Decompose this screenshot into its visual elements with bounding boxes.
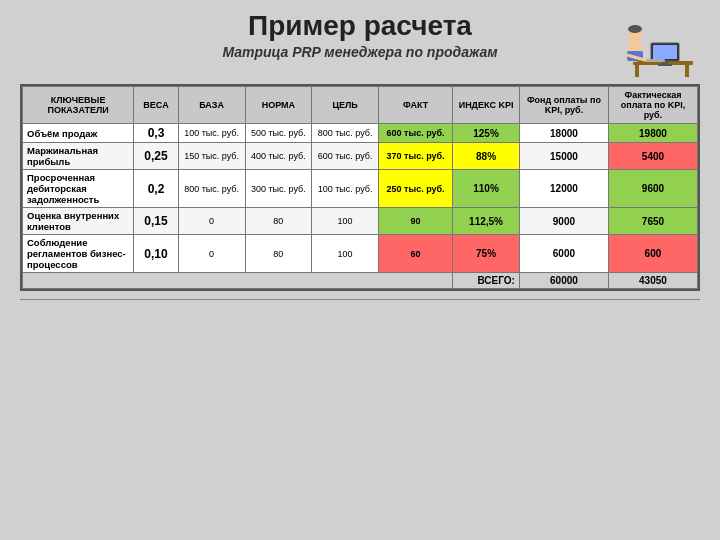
header-base: БАЗА	[178, 87, 245, 124]
cell-name: Просроченная дебиторская задолженность	[23, 170, 134, 208]
cell-goal: 100 тыс. руб.	[312, 170, 379, 208]
cell-base: 100 тыс. руб.	[178, 124, 245, 143]
table-row: Соблюдение регламентов бизнес-процессов …	[23, 235, 698, 273]
cell-fact: 370 тыс. руб.	[379, 143, 453, 170]
cell-fact: 250 тыс. руб.	[379, 170, 453, 208]
svg-rect-1	[635, 65, 639, 77]
cell-fund: 6000	[519, 235, 608, 273]
cell-weight: 0,25	[134, 143, 179, 170]
header-goal: ЦЕЛЬ	[312, 87, 379, 124]
header-fact: ФАКТ	[379, 87, 453, 124]
total-label: ВСЕГО:	[453, 273, 520, 289]
cell-weight: 0,15	[134, 208, 179, 235]
cell-norm: 300 тыс. руб.	[245, 170, 312, 208]
main-title: Пример расчета	[248, 10, 472, 42]
header-fund: Фонд оплаты по KPI, руб.	[519, 87, 608, 124]
total-actual: 43050	[608, 273, 697, 289]
cell-weight: 0,2	[134, 170, 179, 208]
header-name: КЛЮЧЕВЫЕ ПОКАЗАТЕЛИ	[23, 87, 134, 124]
cell-fund: 15000	[519, 143, 608, 170]
cell-fund: 9000	[519, 208, 608, 235]
cell-weight: 0,3	[134, 124, 179, 143]
table-row: Оценка внутренних клиентов 0,15 0 80 100…	[23, 208, 698, 235]
cell-fund: 18000	[519, 124, 608, 143]
person-icon	[613, 13, 698, 78]
cell-base: 150 тыс. руб.	[178, 143, 245, 170]
kpi-table: КЛЮЧЕВЫЕ ПОКАЗАТЕЛИ ВЕСА БАЗА НОРМА ЦЕЛЬ…	[22, 86, 698, 289]
cell-base: 800 тыс. руб.	[178, 170, 245, 208]
cell-goal: 100	[312, 208, 379, 235]
cell-fact: 60	[379, 235, 453, 273]
table-row: Объём продаж 0,3 100 тыс. руб. 500 тыс. …	[23, 124, 698, 143]
table-wrapper: КЛЮЧЕВЫЕ ПОКАЗАТЕЛИ ВЕСА БАЗА НОРМА ЦЕЛЬ…	[20, 84, 700, 291]
cell-name: Объём продаж	[23, 124, 134, 143]
cell-fund: 12000	[519, 170, 608, 208]
cell-actual: 600	[608, 235, 697, 273]
cell-fact: 600 тыс. руб.	[379, 124, 453, 143]
svg-rect-2	[685, 65, 689, 77]
avatar-area	[610, 10, 700, 80]
svg-point-10	[628, 25, 642, 33]
cell-kpi: 75%	[453, 235, 520, 273]
sub-title: Матрица PRP менеджера по продажам	[222, 44, 497, 60]
svg-rect-7	[645, 59, 665, 62]
header-area: Пример расчета Матрица PRP менеджера по …	[20, 10, 700, 80]
cell-fact: 90	[379, 208, 453, 235]
cell-kpi: 88%	[453, 143, 520, 170]
cell-norm: 80	[245, 208, 312, 235]
cell-goal: 800 тыс. руб.	[312, 124, 379, 143]
cell-kpi: 125%	[453, 124, 520, 143]
table-header-row: КЛЮЧЕВЫЕ ПОКАЗАТЕЛИ ВЕСА БАЗА НОРМА ЦЕЛЬ…	[23, 87, 698, 124]
cell-norm: 400 тыс. руб.	[245, 143, 312, 170]
cell-norm: 500 тыс. руб.	[245, 124, 312, 143]
cell-name: Оценка внутренних клиентов	[23, 208, 134, 235]
table-total-row: ВСЕГО: 60000 43050	[23, 273, 698, 289]
total-fund: 60000	[519, 273, 608, 289]
title-block: Пример расчета Матрица PRP менеджера по …	[110, 10, 610, 60]
cell-goal: 600 тыс. руб.	[312, 143, 379, 170]
cell-weight: 0,10	[134, 235, 179, 273]
cell-base: 0	[178, 208, 245, 235]
header-weight: ВЕСА	[134, 87, 179, 124]
svg-rect-4	[653, 45, 677, 59]
page-separator	[20, 299, 700, 300]
header-actual: Фактическая оплата по KPI, руб.	[608, 87, 697, 124]
cell-base: 0	[178, 235, 245, 273]
cell-name: Маржинальная прибыль	[23, 143, 134, 170]
cell-actual: 9600	[608, 170, 697, 208]
cell-kpi: 110%	[453, 170, 520, 208]
cell-name: Соблюдение регламентов бизнес-процессов	[23, 235, 134, 273]
cell-goal: 100	[312, 235, 379, 273]
table-row: Просроченная дебиторская задолженность 0…	[23, 170, 698, 208]
svg-rect-6	[658, 64, 672, 66]
table-row: Маржинальная прибыль 0,25 150 тыс. руб. …	[23, 143, 698, 170]
header-norm: НОРМА	[245, 87, 312, 124]
cell-actual: 7650	[608, 208, 697, 235]
cell-kpi: 112,5%	[453, 208, 520, 235]
cell-norm: 80	[245, 235, 312, 273]
cell-actual: 5400	[608, 143, 697, 170]
total-label-empty	[23, 273, 453, 289]
cell-actual: 19800	[608, 124, 697, 143]
header-kpi: ИНДЕКС KPI	[453, 87, 520, 124]
